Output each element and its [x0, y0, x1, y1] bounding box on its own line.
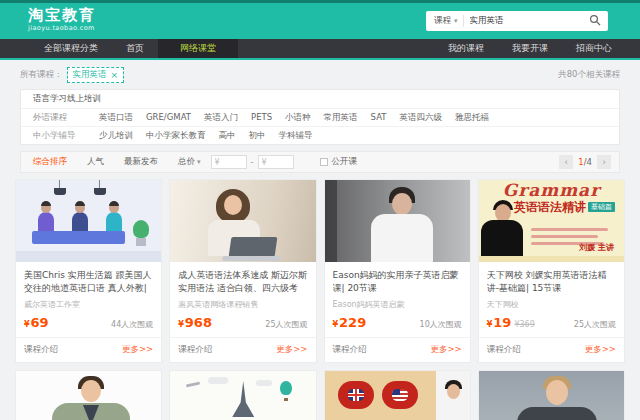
- filter-label: 所有课程：: [20, 69, 63, 81]
- book-cover-teacher: 刘媛 主讲: [579, 242, 614, 253]
- course-more-link[interactable]: 更多>>: [585, 344, 616, 356]
- course-seller: Eason妈妈英语启蒙: [333, 299, 462, 310]
- nav-my-courses[interactable]: 我的课程: [434, 39, 498, 58]
- category-link[interactable]: 学科辅导: [279, 130, 313, 142]
- sort-popularity[interactable]: 人气: [77, 156, 114, 168]
- currency-symbol: ¥: [24, 320, 30, 329]
- currency-symbol: ¥: [333, 320, 339, 329]
- total-pages: /4: [584, 157, 592, 167]
- course-price: 69: [31, 315, 49, 330]
- course-intro-link[interactable]: 课程介绍: [178, 344, 212, 356]
- course-price: 968: [185, 315, 212, 330]
- person-figure: [52, 403, 130, 420]
- search-button[interactable]: [582, 11, 608, 31]
- nav-merchant-center[interactable]: 招商中心: [562, 39, 626, 58]
- category-link[interactable]: GRE/GMAT: [146, 112, 191, 124]
- category-link[interactable]: 高中: [219, 130, 236, 142]
- course-intro-link[interactable]: 课程介绍: [24, 344, 58, 356]
- category-link[interactable]: 雅思托福: [455, 112, 489, 124]
- filter-tag-selected[interactable]: 实用英语 ×: [67, 67, 125, 83]
- course-card[interactable]: [324, 370, 471, 420]
- close-icon[interactable]: ×: [111, 71, 119, 79]
- category-link[interactable]: PETS: [251, 112, 272, 124]
- sort-composite[interactable]: 综合排序: [23, 156, 77, 168]
- main-nav: 全部课程分类 首页 网络课堂 我的课程 我要开课 招商中心: [0, 39, 640, 60]
- currency-symbol: ¥: [487, 320, 493, 329]
- price-max-input[interactable]: [258, 155, 294, 169]
- lamp-cord: [59, 180, 60, 188]
- course-more-link[interactable]: 更多>>: [276, 344, 307, 356]
- category-link[interactable]: 英语四六级: [400, 112, 443, 124]
- page: 淘宝教育 jiaoyu.taobao.com 课程 ▾ 全部课程分类 首页 网络…: [0, 0, 640, 420]
- nav-all-categories[interactable]: 全部课程分类: [30, 39, 112, 58]
- price-min-input[interactable]: [211, 155, 247, 169]
- course-more-link[interactable]: 更多>>: [431, 344, 462, 356]
- category-row-label: 外语课程: [33, 112, 99, 124]
- nav-online-classroom[interactable]: 网络课堂: [158, 39, 238, 58]
- main-content: 所有课程： 实用英语 × 共80个相关课程 语言学习线上培训 外语课程 英语口语…: [0, 67, 640, 420]
- nav-spacer: [238, 39, 434, 58]
- person-figure: [371, 214, 433, 262]
- category-panel: 语言学习线上培训 外语课程 英语口语 GRE/GMAT 英语入门 PETS 小语…: [20, 89, 620, 145]
- category-links: 英语口语 GRE/GMAT 英语入门 PETS 小语种 常用英语 SAT 英语四…: [99, 112, 489, 124]
- course-card[interactable]: [478, 370, 625, 420]
- category-link[interactable]: 英语入门: [204, 112, 238, 124]
- us-flag: [392, 389, 408, 401]
- category-link[interactable]: 少儿培训: [99, 130, 133, 142]
- logo-title: 淘宝教育: [28, 7, 96, 24]
- course-grid-row-1: 美国Chris 实用生活篇 跟美国人交往的地道英语口语 真人外教| 17节课 威…: [15, 179, 625, 363]
- category-path-row[interactable]: 语言学习线上培训: [21, 90, 619, 108]
- category-link[interactable]: 常用英语: [324, 112, 358, 124]
- uk-flag-lips: [338, 381, 374, 409]
- category-link[interactable]: 中小学家长教育: [146, 130, 206, 142]
- plane: [186, 382, 200, 388]
- course-thumbnail-woman-laptop: [170, 180, 315, 262]
- course-thumbnail-man-white-shirt: [325, 180, 470, 262]
- course-more-link[interactable]: 更多>>: [122, 344, 153, 356]
- category-row-label: 中小学辅导: [33, 130, 99, 142]
- floor: [16, 251, 161, 262]
- course-title[interactable]: 美国Chris 实用生活篇 跟美国人交往的地道英语口语 真人外教| 17节课: [24, 269, 153, 295]
- next-page-button[interactable]: ›: [597, 155, 611, 169]
- cover-bottom-strip: [479, 256, 624, 262]
- search-category-dropdown[interactable]: 课程 ▾: [426, 15, 463, 27]
- course-seller: 惠风英语网络课程销售: [178, 299, 307, 310]
- category-link[interactable]: SAT: [371, 112, 387, 124]
- course-card[interactable]: Grammar 英语语法精讲基础篇 刘媛 主讲 天下网校 刘媛实用英语语法精讲-…: [478, 179, 625, 363]
- sort-price[interactable]: 总价 ▾: [168, 156, 211, 168]
- course-card[interactable]: 美国Chris 实用生活篇 跟美国人交往的地道英语口语 真人外教| 17节课 威…: [15, 179, 162, 363]
- category-row-foreign-language: 外语课程 英语口语 GRE/GMAT 英语入门 PETS 小语种 常用英语 SA…: [21, 108, 619, 126]
- course-card[interactable]: Eason妈妈的实用亲子英语启蒙课| 20节课 Eason妈妈英语启蒙 ¥ 22…: [324, 179, 471, 363]
- nav-open-course[interactable]: 我要开课: [498, 39, 562, 58]
- public-course-checkbox[interactable]: [320, 158, 328, 166]
- course-original-price: ¥369: [514, 320, 534, 329]
- course-card[interactable]: [169, 370, 316, 420]
- eiffel-tower: [232, 381, 254, 417]
- course-view-count: 10人次围观: [420, 319, 462, 330]
- category-link[interactable]: 英语口语: [99, 112, 133, 124]
- category-link[interactable]: 初中: [249, 130, 266, 142]
- course-title[interactable]: Eason妈妈的实用亲子英语启蒙课| 20节课: [333, 269, 462, 295]
- course-intro-link[interactable]: 课程介绍: [333, 344, 367, 356]
- logo[interactable]: 淘宝教育 jiaoyu.taobao.com: [28, 7, 96, 32]
- chevron-down-icon: ▾: [197, 158, 201, 166]
- uk-flag: [348, 389, 364, 401]
- laptop: [229, 237, 278, 257]
- nav-home[interactable]: 首页: [112, 39, 158, 58]
- table: [32, 231, 125, 244]
- course-title[interactable]: 天下网校 刘媛实用英语语法精讲-基础篇| 15节课: [487, 269, 616, 295]
- course-card[interactable]: 成人英语语法体系速成 斯迈尔斯实用语法 适合白领、四六级考试| 141节课 惠风…: [169, 179, 316, 363]
- category-links: 少儿培训 中小学家长教育 高中 初中 学科辅导: [99, 130, 313, 142]
- lamp: [94, 188, 106, 195]
- prev-page-button[interactable]: ‹: [559, 155, 573, 169]
- cloud: [256, 380, 272, 386]
- cover-text-line: [531, 228, 608, 231]
- result-count: 共80个相关课程: [558, 69, 620, 81]
- category-link[interactable]: 小语种: [285, 112, 311, 124]
- sort-newest[interactable]: 最新发布: [114, 156, 168, 168]
- course-intro-link[interactable]: 课程介绍: [487, 344, 521, 356]
- course-card[interactable]: [15, 370, 162, 420]
- course-title[interactable]: 成人英语语法体系速成 斯迈尔斯实用语法 适合白领、四六级考试| 141节课: [178, 269, 307, 295]
- currency-symbol: ¥: [178, 320, 184, 329]
- search-input[interactable]: [464, 16, 582, 26]
